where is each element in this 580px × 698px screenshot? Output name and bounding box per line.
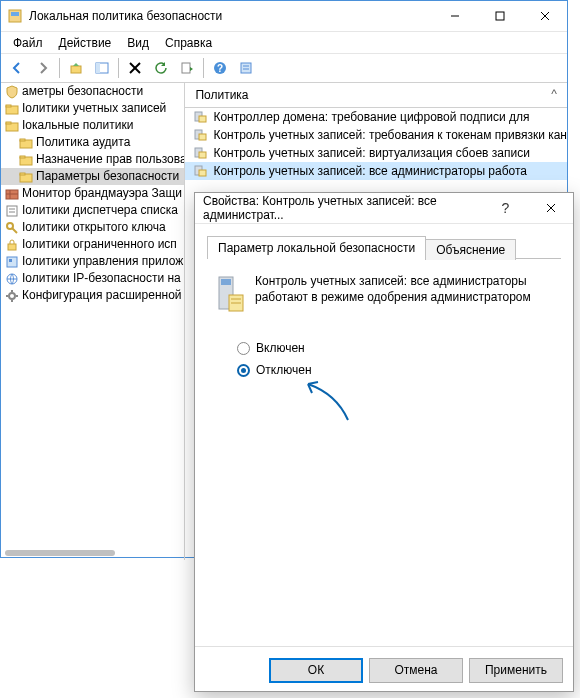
shield-icon [5, 85, 19, 99]
tree-item-label: Іолитики IP-безопасности на [22, 270, 181, 287]
lock-icon [5, 238, 19, 252]
radio-disabled-button[interactable] [237, 364, 250, 377]
policy-description: Контроль учетных записей: все администра… [255, 273, 555, 305]
tree-item[interactable]: аметры безопасности [1, 83, 184, 100]
tree-item-label: Назначение прав пользовате [36, 151, 184, 168]
radio-disabled[interactable]: Отключен [237, 359, 561, 381]
policy-icon [213, 273, 245, 313]
svg-rect-3 [496, 12, 504, 20]
show-hide-tree-button[interactable] [90, 56, 114, 80]
refresh-button[interactable] [149, 56, 173, 80]
svg-rect-35 [8, 244, 16, 250]
list-item[interactable]: Контроль учетных записей: все администра… [185, 162, 567, 180]
menu-view[interactable]: Вид [119, 34, 157, 52]
policy-icon [193, 109, 209, 125]
tree-item[interactable]: Назначение прав пользовате [1, 151, 184, 168]
menu-help[interactable]: Справка [157, 34, 220, 52]
close-button[interactable] [522, 1, 567, 31]
folder-icon [19, 170, 33, 184]
svg-rect-26 [20, 173, 25, 175]
menubar: Файл Действие Вид Справка [1, 32, 567, 54]
list-item-label: Контроллер домена: требование цифровой п… [213, 108, 529, 126]
tree-item[interactable]: Іолитики диспетчера списка [1, 202, 184, 219]
tree-item[interactable]: Монитор брандмауэра Защи [1, 185, 184, 202]
tree-item[interactable]: Іолитики управления прилож [1, 253, 184, 270]
tree-scrollbar[interactable] [5, 550, 115, 556]
tab-explanation[interactable]: Объяснение [425, 239, 516, 260]
export-button[interactable] [175, 56, 199, 80]
svg-rect-11 [182, 63, 190, 73]
tree-item[interactable]: Политика аудита [1, 134, 184, 151]
svg-rect-22 [20, 139, 25, 141]
sort-indicator-icon: ^ [551, 87, 557, 101]
dialog-footer: ОК Отмена Применить [195, 646, 573, 693]
svg-rect-20 [6, 122, 11, 124]
up-button[interactable] [64, 56, 88, 80]
folder-icon [19, 136, 33, 150]
tree-pane[interactable]: аметры безопасностиІолитики учетных запи… [1, 83, 185, 560]
tree-item-label: Параметры безопасности [36, 168, 179, 185]
maximize-button[interactable] [477, 1, 522, 31]
radio-enabled-label: Включен [256, 341, 305, 355]
menu-action[interactable]: Действие [51, 34, 120, 52]
policy-icon [193, 145, 209, 161]
radio-enabled[interactable]: Включен [237, 337, 561, 359]
net-icon [5, 272, 19, 286]
minimize-button[interactable] [432, 1, 477, 31]
tree-item[interactable]: Іолитики открытого ключа [1, 219, 184, 236]
policy-icon [193, 163, 209, 179]
tree-item-label: Іолитики ограниченного исп [22, 236, 177, 253]
svg-rect-48 [199, 134, 206, 140]
list-item[interactable]: Контроллер домена: требование цифровой п… [185, 108, 567, 126]
list-pane[interactable]: Контроллер домена: требование цифровой п… [185, 108, 567, 180]
app-icon [7, 8, 23, 24]
list-header[interactable]: Политика ^ [185, 83, 567, 108]
radio-enabled-button[interactable] [237, 342, 250, 355]
folder-icon [19, 153, 33, 167]
main-titlebar: Локальная политика безопасности [1, 1, 567, 32]
svg-rect-52 [199, 170, 206, 176]
list-icon [5, 204, 19, 218]
svg-rect-46 [199, 116, 206, 122]
svg-rect-14 [241, 63, 251, 73]
tree-item[interactable]: Конфигурация расширенной [1, 287, 184, 304]
key-icon [5, 221, 19, 235]
menu-file[interactable]: Файл [5, 34, 51, 52]
tree-item-label: Іолитики диспетчера списка [22, 202, 178, 219]
apply-button[interactable]: Применить [469, 658, 563, 683]
back-button[interactable] [5, 56, 29, 80]
help-button[interactable]: ? [208, 56, 232, 80]
toolbar: ? [1, 54, 567, 83]
tree-item[interactable]: Іолитики ограниченного исп [1, 236, 184, 253]
tree-item[interactable]: Іолитики учетных записей [1, 100, 184, 117]
delete-button[interactable] [123, 56, 147, 80]
list-item[interactable]: Контроль учетных записей: виртуализация … [185, 144, 567, 162]
forward-button[interactable] [31, 56, 55, 80]
tree-item-label: Іолитики учетных записей [22, 100, 166, 117]
app-icon [5, 255, 19, 269]
policy-icon [193, 127, 209, 143]
tab-local-security[interactable]: Параметр локальной безопасности [207, 236, 426, 259]
tree-item[interactable]: Іолитики IP-безопасности на [1, 270, 184, 287]
tree-item[interactable]: Іокальные политики [1, 117, 184, 134]
tree-item-label: Политика аудита [36, 134, 130, 151]
svg-rect-18 [6, 105, 11, 107]
dialog-tabs: Параметр локальной безопасности Объяснен… [207, 232, 561, 259]
svg-point-40 [9, 293, 15, 299]
cancel-button[interactable]: Отмена [369, 658, 463, 683]
svg-rect-50 [199, 152, 206, 158]
tree-item-label: Конфигурация расширенной [22, 287, 182, 304]
list-item[interactable]: Контроль учетных записей: требования к т… [185, 126, 567, 144]
radio-disabled-label: Отключен [256, 363, 312, 377]
svg-rect-37 [9, 259, 12, 262]
tree-item[interactable]: Параметры безопасности [1, 168, 184, 185]
svg-line-34 [12, 228, 17, 233]
folder-icon [5, 102, 19, 116]
svg-rect-56 [221, 279, 231, 285]
dialog-help-button[interactable]: ? [483, 193, 528, 223]
ok-button[interactable]: ОК [269, 658, 363, 683]
properties-button[interactable] [234, 56, 258, 80]
dialog-close-button[interactable] [528, 193, 573, 223]
folder-icon [5, 119, 19, 133]
wall-icon [5, 187, 19, 201]
